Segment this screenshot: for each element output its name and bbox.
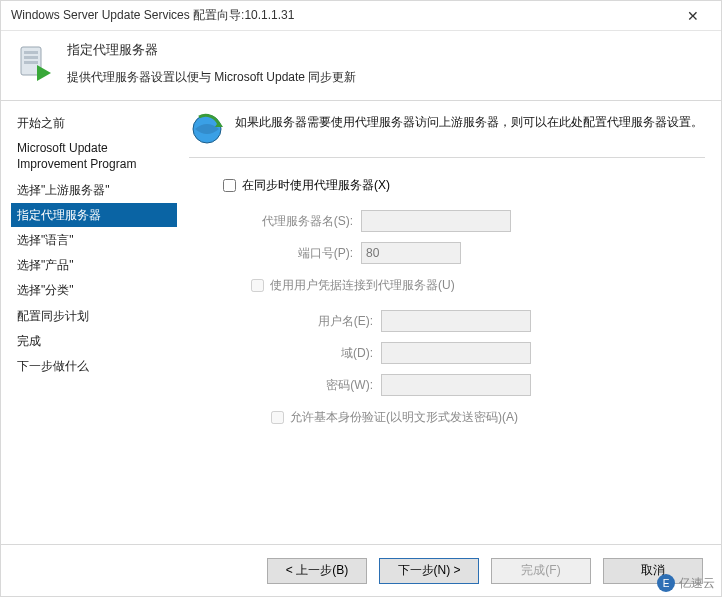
close-icon[interactable]: ✕ <box>673 8 713 24</box>
sidebar-item-classifications[interactable]: 选择"分类" <box>11 278 177 302</box>
watermark: E 亿速云 <box>657 574 715 592</box>
basic-auth-checkbox[interactable] <box>271 411 284 424</box>
sidebar-item-improvement[interactable]: Microsoft Update Improvement Program <box>11 136 177 176</box>
password-label: 密码(W): <box>271 377 381 394</box>
main-top: 如果此服务器需要使用代理服务器访问上游服务器，则可以在此处配置代理服务器设置。 <box>189 111 705 147</box>
sidebar-item-finished[interactable]: 完成 <box>11 329 177 353</box>
sidebar-item-sync-schedule[interactable]: 配置同步计划 <box>11 304 177 328</box>
port-row: 端口号(P): <box>223 242 705 264</box>
domain-row: 域(D): <box>243 342 705 364</box>
sidebar-item-proxy[interactable]: 指定代理服务器 <box>11 203 177 227</box>
proxy-form: 在同步时使用代理服务器(X) 代理服务器名(S): 端口号(P): 使用用户凭据… <box>189 174 705 428</box>
port-label: 端口号(P): <box>251 245 361 262</box>
header-title: 指定代理服务器 <box>67 41 356 59</box>
watermark-text: 亿速云 <box>679 575 715 592</box>
header-subtitle: 提供代理服务器设置以便与 Microsoft Update 同步更新 <box>67 69 356 86</box>
sidebar-item-begin[interactable]: 开始之前 <box>11 111 177 135</box>
svg-rect-3 <box>24 61 38 64</box>
password-input[interactable] <box>381 374 531 396</box>
main-divider <box>189 157 705 158</box>
wizard-header: 指定代理服务器 提供代理服务器设置以便与 Microsoft Update 同步… <box>1 31 721 100</box>
domain-input[interactable] <box>381 342 531 364</box>
basic-auth-label: 允许基本身份验证(以明文形式发送密码)(A) <box>290 409 518 426</box>
use-creds-row: 使用用户凭据连接到代理服务器(U) <box>223 274 705 296</box>
svg-rect-2 <box>24 56 38 59</box>
username-row: 用户名(E): <box>243 310 705 332</box>
wizard-footer: < 上一步(B) 下一步(N) > 完成(F) 取消 <box>1 544 721 596</box>
finish-button[interactable]: 完成(F) <box>491 558 591 584</box>
sidebar-item-upstream[interactable]: 选择"上游服务器" <box>11 178 177 202</box>
use-proxy-row: 在同步时使用代理服务器(X) <box>223 174 705 196</box>
wizard-body: 开始之前 Microsoft Update Improvement Progra… <box>1 101 721 531</box>
sidebar-item-languages[interactable]: 选择"语言" <box>11 228 177 252</box>
sidebar: 开始之前 Microsoft Update Improvement Progra… <box>1 101 181 531</box>
main-panel: 如果此服务器需要使用代理服务器访问上游服务器，则可以在此处配置代理服务器设置。 … <box>181 101 721 531</box>
use-creds-label: 使用用户凭据连接到代理服务器(U) <box>270 277 455 294</box>
svg-rect-1 <box>24 51 38 54</box>
username-input[interactable] <box>381 310 531 332</box>
proxy-name-row: 代理服务器名(S): <box>223 210 705 232</box>
watermark-icon: E <box>657 574 675 592</box>
globe-sync-icon <box>189 111 225 147</box>
window-title: Windows Server Update Services 配置向导:10.1… <box>11 7 673 24</box>
use-creds-checkbox[interactable] <box>251 279 264 292</box>
main-description: 如果此服务器需要使用代理服务器访问上游服务器，则可以在此处配置代理服务器设置。 <box>235 111 703 131</box>
port-input[interactable] <box>361 242 461 264</box>
sidebar-item-whats-next[interactable]: 下一步做什么 <box>11 354 177 378</box>
use-proxy-label: 在同步时使用代理服务器(X) <box>242 177 390 194</box>
proxy-name-input[interactable] <box>361 210 511 232</box>
server-wizard-icon <box>15 43 55 83</box>
proxy-name-label: 代理服务器名(S): <box>251 213 361 230</box>
basic-auth-row: 允许基本身份验证(以明文形式发送密码)(A) <box>243 406 705 428</box>
sidebar-item-products[interactable]: 选择"产品" <box>11 253 177 277</box>
domain-label: 域(D): <box>271 345 381 362</box>
use-proxy-checkbox[interactable] <box>223 179 236 192</box>
password-row: 密码(W): <box>243 374 705 396</box>
back-button[interactable]: < 上一步(B) <box>267 558 367 584</box>
next-button[interactable]: 下一步(N) > <box>379 558 479 584</box>
titlebar: Windows Server Update Services 配置向导:10.1… <box>1 1 721 31</box>
username-label: 用户名(E): <box>271 313 381 330</box>
header-text: 指定代理服务器 提供代理服务器设置以便与 Microsoft Update 同步… <box>67 41 356 86</box>
